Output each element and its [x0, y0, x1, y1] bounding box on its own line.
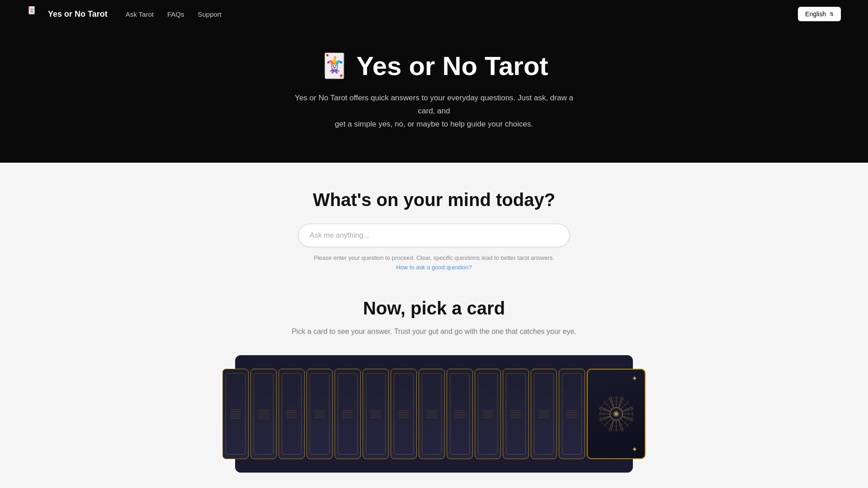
navbar: 🃏 Yes or No Tarot Ask Tarot FAQs Support…	[0, 0, 868, 28]
nav-faqs[interactable]: FAQs	[167, 10, 184, 18]
tarot-card-inner-1	[226, 373, 245, 455]
tarot-card-12[interactable]	[531, 369, 557, 459]
tarot-card-4[interactable]	[307, 369, 333, 459]
tarot-card-11[interactable]	[503, 369, 529, 459]
card-deck: ✦	[235, 355, 633, 473]
tarot-card-7[interactable]	[391, 369, 417, 459]
brand-link[interactable]: 🃏 Yes or No Tarot	[27, 6, 108, 22]
tarot-card-2[interactable]	[250, 369, 277, 459]
question-section-title: What's on your mind today?	[9, 190, 859, 210]
question-hint-text: Please enter your question to proceed. C…	[9, 254, 859, 261]
tarot-card-featured[interactable]: ✦	[587, 369, 646, 459]
main-content: What's on your mind today? Please enter …	[0, 163, 868, 488]
radial-sun-design	[596, 394, 637, 434]
how-to-ask-link[interactable]: How to ask a good question?	[396, 264, 472, 271]
tarot-card-9[interactable]	[447, 369, 473, 459]
hero-section: 🃏 Yes or No Tarot Yes or No Tarot offers…	[0, 28, 868, 163]
tarot-card-10[interactable]	[475, 369, 501, 459]
nav-support[interactable]: Support	[198, 10, 222, 18]
question-section: What's on your mind today? Please enter …	[9, 190, 859, 271]
question-input[interactable]	[298, 224, 570, 247]
brand-icon: 🃏	[27, 6, 43, 22]
star-top-icon: ✦	[632, 374, 637, 383]
chevron-down-icon: ⇅	[830, 11, 834, 17]
nav-left: 🃏 Yes or No Tarot Ask Tarot FAQs Support	[27, 6, 222, 22]
pick-card-section: Now, pick a card Pick a card to see your…	[9, 298, 859, 473]
language-selector-button[interactable]: English ⇅	[798, 7, 841, 21]
hero-icon: 🃏	[320, 52, 349, 80]
hero-description: Yes or No Tarot offers quick answers to …	[294, 92, 574, 131]
tarot-card-5[interactable]	[335, 369, 361, 459]
language-label: English	[805, 10, 826, 18]
tarot-card-13[interactable]	[559, 369, 585, 459]
card-pattern-1	[230, 409, 241, 419]
tarot-card-6[interactable]	[363, 369, 389, 459]
nav-ask-tarot[interactable]: Ask Tarot	[126, 10, 154, 18]
nav-links: Ask Tarot FAQs Support	[126, 10, 222, 18]
svg-point-28	[615, 413, 618, 415]
tarot-card-3[interactable]	[278, 369, 305, 459]
pick-card-title: Now, pick a card	[9, 298, 859, 319]
tarot-card-8[interactable]	[419, 369, 445, 459]
pick-card-description: Pick a card to see your answer. Trust yo…	[9, 326, 859, 338]
brand-name: Yes or No Tarot	[48, 9, 108, 19]
hero-title: 🃏 Yes or No Tarot	[9, 51, 859, 81]
tarot-card-1[interactable]	[222, 369, 249, 459]
star-bottom-icon: ✦	[632, 445, 637, 454]
question-input-wrap	[298, 224, 570, 247]
